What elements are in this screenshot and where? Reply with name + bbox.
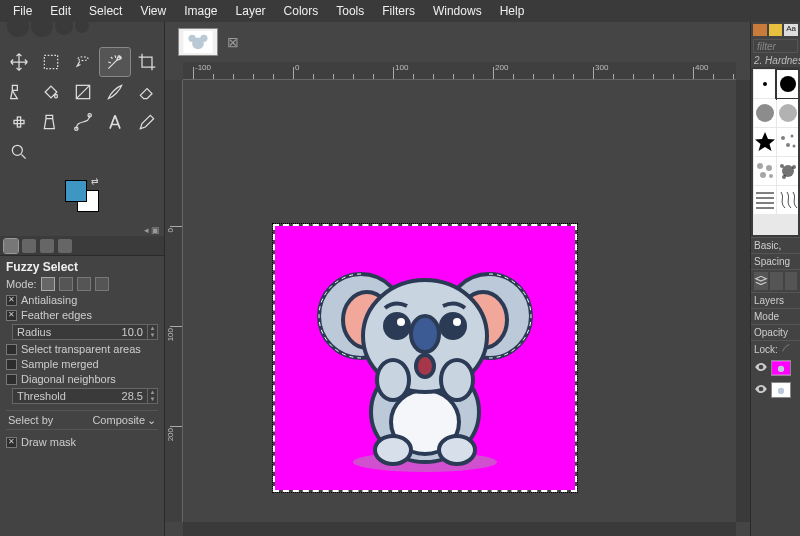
brush-item[interactable] [777,99,798,127]
antialiasing-row[interactable]: ✕Antialiasing [6,294,158,306]
color-picker-tool[interactable] [132,108,162,136]
radius-field[interactable]: Radius10.0▲▼ [12,324,158,340]
mode-subtract-icon[interactable] [77,277,91,291]
brush-grid [751,67,800,237]
image-viewport[interactable] [183,80,736,522]
rectangle-select-tool[interactable] [36,48,66,76]
menu-colors[interactable]: Colors [275,1,328,21]
visibility-eye-icon[interactable] [754,360,768,376]
menu-help[interactable]: Help [491,1,534,21]
vertical-ruler[interactable]: 0100200 [165,80,183,522]
mode-intersect-icon[interactable] [95,277,109,291]
brush-item[interactable] [777,157,798,185]
feather-edges-checkbox[interactable]: ✕ [6,310,17,321]
document-tab-thumbnail[interactable] [178,28,218,56]
svg-point-18 [447,274,531,358]
visibility-eye-icon[interactable] [754,382,768,398]
paths-tab-icon[interactable] [785,272,798,290]
text-tool[interactable] [100,108,130,136]
brush-filter-input[interactable]: filter [753,39,798,53]
spacing-label[interactable]: Spacing [751,253,800,269]
brushes-tab-icon[interactable] [753,24,767,36]
dock-handle[interactable]: ◂▣ [0,224,164,236]
bucket-fill-tool[interactable] [36,78,66,106]
tool-options-title: Fuzzy Select [6,260,158,274]
diagonal-neighbors-checkbox[interactable] [6,374,17,385]
feather-edges-row[interactable]: ✕Feather edges [6,309,158,321]
menu-filters[interactable]: Filters [373,1,424,21]
menu-image[interactable]: Image [175,1,226,21]
paintbrush-tool[interactable] [100,78,130,106]
svg-point-22 [391,390,459,454]
sample-merged-row[interactable]: Sample merged [6,358,158,370]
brush-item[interactable] [777,186,798,214]
brush-item[interactable] [754,99,776,127]
layers-dock-tabs [751,269,800,292]
horizontal-scrollbar[interactable] [183,522,736,536]
diagonal-neighbors-row[interactable]: Diagonal neighbors [6,373,158,385]
patterns-tab-icon[interactable] [769,24,783,36]
select-transparent-row[interactable]: Select transparent areas [6,343,158,355]
layer-thumbnail[interactable] [771,382,791,398]
layer-mode-row[interactable]: Mode [751,308,800,324]
menu-view[interactable]: View [131,1,175,21]
layer-opacity-row[interactable]: Opacity [751,324,800,340]
menu-layer[interactable]: Layer [227,1,275,21]
draw-mask-label: Draw mask [21,436,76,448]
svg-point-19 [343,292,391,348]
menu-windows[interactable]: Windows [424,1,491,21]
eraser-tool[interactable] [132,78,162,106]
brush-item[interactable] [777,70,798,98]
zoom-tool[interactable] [4,138,34,166]
layer-row[interactable] [751,357,800,379]
antialiasing-checkbox[interactable]: ✕ [6,295,17,306]
swap-colors-icon[interactable]: ⇄ [91,176,99,186]
svg-point-31 [416,355,434,377]
crop-tool[interactable] [132,48,162,76]
draw-mask-checkbox[interactable]: ✕ [6,437,17,448]
move-tool[interactable] [4,48,34,76]
right-dock-tabs: Aa [751,22,800,38]
images-tab-icon[interactable] [58,239,72,253]
device-status-tab-icon[interactable] [22,239,36,253]
mode-replace-icon[interactable] [41,277,55,291]
brush-item[interactable] [754,157,776,185]
threshold-field[interactable]: Threshold28.5▲▼ [12,388,158,404]
layer-lock-row[interactable]: Lock: [751,340,800,357]
brush-item[interactable] [777,128,798,156]
mode-row: Mode: [6,277,158,291]
layer-row[interactable] [751,379,800,401]
sample-merged-checkbox[interactable] [6,359,17,370]
close-tab-icon[interactable]: ⊠ [226,35,240,49]
select-transparent-label: Select transparent areas [21,343,141,355]
layer-thumbnail[interactable] [771,360,791,376]
mode-label: Mode: [6,278,37,290]
undo-history-tab-icon[interactable] [40,239,54,253]
clone-tool[interactable] [36,108,66,136]
select-transparent-checkbox[interactable] [6,344,17,355]
paths-tool[interactable] [68,108,98,136]
free-select-tool[interactable] [68,48,98,76]
transform-tool[interactable] [4,78,34,106]
fuzzy-select-tool[interactable] [100,48,130,76]
draw-mask-row[interactable]: ✕Draw mask [6,436,158,448]
horizontal-ruler[interactable]: -1000100200300400 [183,62,736,80]
vertical-scrollbar[interactable] [736,80,750,522]
canvas-image[interactable] [275,226,575,490]
layers-tab-icon[interactable] [754,272,768,290]
tool-options-tab-icon[interactable] [4,239,18,253]
brush-item[interactable] [754,128,776,156]
brush-item[interactable] [754,186,776,214]
fonts-tab-icon[interactable]: Aa [784,24,798,36]
heal-tool[interactable] [4,108,34,136]
select-by-row[interactable]: Select by Composite ⌄ [6,410,158,430]
mode-add-icon[interactable] [59,277,73,291]
brush-item[interactable] [754,70,776,98]
svg-point-24 [439,436,475,464]
menu-tools[interactable]: Tools [327,1,373,21]
gradient-tool[interactable] [68,78,98,106]
antialiasing-label: Antialiasing [21,294,77,306]
channels-tab-icon[interactable] [770,272,783,290]
svg-point-30 [453,318,461,326]
foreground-color[interactable] [65,180,87,202]
